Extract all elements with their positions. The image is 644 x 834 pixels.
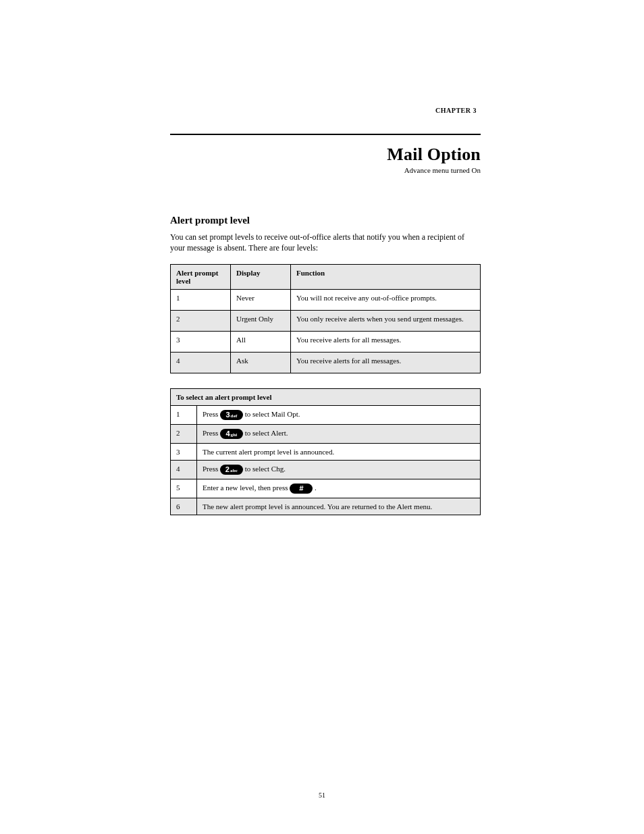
cell: You receive alerts for all messages. bbox=[291, 332, 481, 353]
intro-text: You can set prompt levels to receive out… bbox=[170, 232, 481, 253]
text: to select Chg. bbox=[245, 465, 286, 473]
text: Press bbox=[203, 465, 220, 473]
th-display: Display bbox=[231, 265, 291, 290]
key-hash-icon: # bbox=[290, 484, 313, 494]
th-function: Function bbox=[291, 265, 481, 290]
text: Press bbox=[203, 410, 220, 418]
page-title: Mail Option bbox=[170, 145, 481, 165]
section-heading: Alert prompt level bbox=[170, 215, 481, 226]
step-text: Enter a new level, then press # . bbox=[197, 479, 481, 498]
step-number: 2 bbox=[171, 425, 197, 444]
cell: Ask bbox=[231, 353, 291, 373]
cell: 3 bbox=[171, 332, 231, 353]
cell: 4 bbox=[171, 353, 231, 373]
procedure-step: 2 Press 4ghi to select Alert. bbox=[171, 425, 481, 444]
cell: You will not receive any out-of-office p… bbox=[291, 290, 481, 311]
text: . bbox=[315, 484, 317, 492]
procedure-step: 1 Press 3def to select Mail Opt. bbox=[171, 406, 481, 425]
step-text: The new alert prompt level is announced.… bbox=[197, 498, 481, 515]
procedure-step: 5 Enter a new level, then press # . bbox=[171, 479, 481, 498]
table-row: 3 All You receive alerts for all message… bbox=[171, 332, 481, 353]
cell: All bbox=[231, 332, 291, 353]
key-2abc-icon: 2abc bbox=[220, 465, 243, 475]
step-text: Press 3def to select Mail Opt. bbox=[197, 406, 481, 425]
procedure-title: To select an alert prompt level bbox=[171, 389, 481, 406]
text: Press bbox=[203, 429, 220, 437]
cell: You only receive alerts when you send ur… bbox=[291, 311, 481, 332]
procedure-step: 6 The new alert prompt level is announce… bbox=[171, 498, 481, 515]
title-rule bbox=[170, 134, 481, 135]
step-number: 1 bbox=[171, 406, 197, 425]
table-row: 1 Never You will not receive any out-of-… bbox=[171, 290, 481, 311]
text: Enter a new level, then press bbox=[203, 484, 290, 492]
cell: Urgent Only bbox=[231, 311, 291, 332]
th-level: Alert prompt level bbox=[171, 265, 231, 290]
step-number: 4 bbox=[171, 461, 197, 479]
cell: Never bbox=[231, 290, 291, 311]
procedure-step: 3 The current alert prompt level is anno… bbox=[171, 444, 481, 461]
step-text: Press 2abc to select Chg. bbox=[197, 461, 481, 479]
step-number: 3 bbox=[171, 444, 197, 461]
step-text: Press 4ghi to select Alert. bbox=[197, 425, 481, 444]
page-number: 51 bbox=[0, 791, 644, 799]
procedure-step: 4 Press 2abc to select Chg. bbox=[171, 461, 481, 479]
cell: 1 bbox=[171, 290, 231, 311]
key-3def-icon: 3def bbox=[220, 410, 243, 420]
cell: You receive alerts for all messages. bbox=[291, 353, 481, 373]
table-row: 2 Urgent Only You only receive alerts wh… bbox=[171, 311, 481, 332]
key-4ghi-icon: 4ghi bbox=[220, 429, 243, 439]
procedure-table: To select an alert prompt level 1 Press … bbox=[170, 388, 481, 515]
step-number: 5 bbox=[171, 479, 197, 498]
step-text: The current alert prompt level is announ… bbox=[197, 444, 481, 461]
page-subtitle: Advance menu turned On bbox=[170, 166, 481, 174]
cell: 2 bbox=[171, 311, 231, 332]
step-number: 6 bbox=[171, 498, 197, 515]
alert-levels-table: Alert prompt level Display Function 1 Ne… bbox=[170, 264, 481, 373]
text: to select Mail Opt. bbox=[245, 410, 300, 418]
text: to select Alert. bbox=[245, 429, 288, 437]
table-row: 4 Ask You receive alerts for all message… bbox=[171, 353, 481, 373]
